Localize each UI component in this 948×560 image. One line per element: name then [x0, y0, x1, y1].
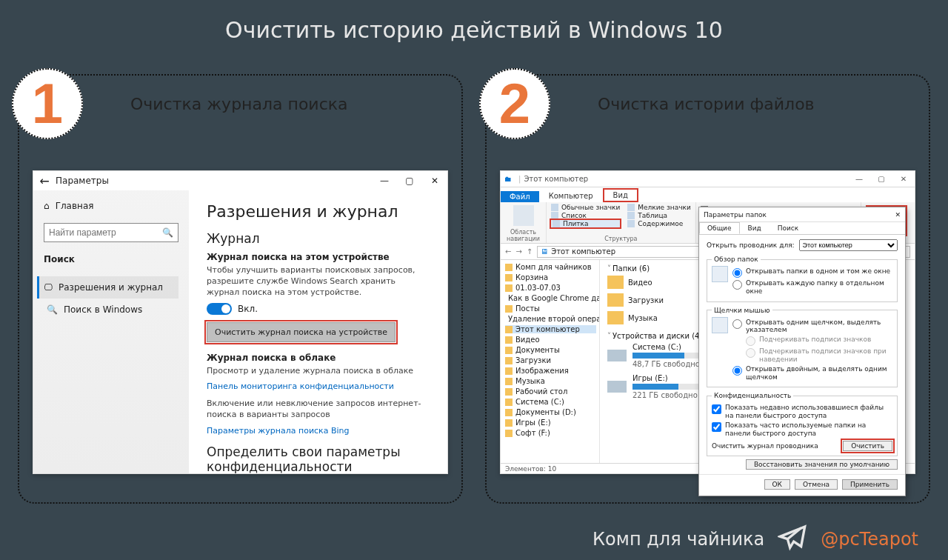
nav-search-windows[interactable]: 🔍 Поиск в Windows: [44, 299, 178, 321]
apply-button[interactable]: Применить: [842, 479, 898, 490]
window-maximize[interactable]: ▢: [397, 176, 422, 186]
explorer-window: 🖿 | Этот компьютер — ▢ ✕ Файл Компьютер …: [500, 170, 915, 474]
tree-item[interactable]: Игры (E:): [505, 419, 596, 427]
tree-item[interactable]: Изображения: [505, 367, 596, 375]
toggle-switch-icon: [207, 303, 232, 315]
folder-icon: [505, 367, 513, 375]
ok-button[interactable]: ОК: [764, 479, 790, 490]
radio-new-window[interactable]: Открывать каждую папку в отдельном окне: [732, 279, 892, 296]
window-maximize[interactable]: ▢: [870, 175, 892, 183]
tree-item[interactable]: Загрузки: [505, 356, 596, 364]
clear-history-button[interactable]: Очистить: [843, 441, 892, 451]
step-2: 2 Очистка истории файлов 🖿 | Этот компью…: [485, 74, 930, 504]
cloud-journal-desc: Просмотр и удаление журнала поиска в обл…: [207, 366, 430, 377]
tree-item[interactable]: Посты: [505, 304, 596, 313]
cancel-button[interactable]: Отмена: [795, 479, 838, 490]
section-journal: Журнал: [207, 231, 430, 246]
fieldset-clicks: Щелчки мышью Открывать одним щелчком, вы…: [707, 307, 898, 388]
explorer-tree[interactable]: Комп для чайниковКорзина01.03-07.03Как в…: [501, 260, 600, 463]
search-icon: 🔍: [162, 227, 173, 238]
folder-icon: [505, 274, 513, 281]
nav-pane-icon[interactable]: [513, 205, 534, 226]
folder-icon: [607, 293, 624, 307]
tree-item[interactable]: Документы (D:): [505, 408, 596, 416]
check-recent-files[interactable]: Показать недавно использовавшиеся файлы …: [712, 404, 892, 420]
back-button[interactable]: ←: [33, 174, 56, 188]
tab-view[interactable]: Вид: [603, 188, 638, 202]
nav-permissions-journal[interactable]: 🖵 Разрешения и журнал: [37, 276, 178, 299]
footer-site: Комп для чайника: [592, 529, 764, 550]
radio-double-click[interactable]: Открывать двойным, а выделять одним щелч…: [732, 365, 892, 381]
folder-icon: [505, 399, 513, 406]
nav-category: Поиск: [44, 254, 178, 264]
tree-item[interactable]: Комп для чайников: [505, 263, 596, 271]
view-list[interactable]: Список: [551, 212, 620, 219]
search-icon: 🔍: [47, 304, 58, 315]
folder-icon: [505, 378, 513, 385]
cloud-journal-title: Журнал поиска в облаке: [207, 353, 430, 363]
privacy-dashboard-link[interactable]: Панель мониторинга конфиденциальности: [207, 381, 394, 391]
home-icon: ⌂: [44, 201, 50, 211]
device-journal-title: Журнал поиска на этом устройстве: [207, 252, 430, 262]
footer-handle[interactable]: @pcTeapot: [821, 529, 918, 550]
ribbon-group-navigation: Область навигации: [501, 202, 547, 243]
drive-icon: [607, 350, 627, 361]
tree-item[interactable]: Система (C:): [505, 398, 596, 406]
dialog-tab-search[interactable]: Поиск: [770, 222, 807, 234]
tree-item[interactable]: Музыка: [505, 377, 596, 385]
view-table[interactable]: Таблица: [627, 212, 691, 219]
nav-home[interactable]: ⌂ Главная: [44, 201, 178, 211]
folder-icon: [505, 336, 513, 344]
restore-defaults-button[interactable]: Восстановить значения по умолчанию: [746, 459, 898, 470]
view-normal-icons[interactable]: Обычные значки: [551, 204, 620, 211]
device-journal-toggle[interactable]: Вкл.: [207, 303, 430, 315]
window-close[interactable]: ✕: [892, 175, 915, 183]
step-1-badge: 1: [12, 68, 83, 139]
radio-single-click[interactable]: Открывать одним щелчком, выделять указат…: [732, 319, 892, 335]
tree-item[interactable]: 01.03-07.03: [505, 284, 596, 292]
tab-computer[interactable]: Компьютер: [539, 190, 603, 202]
view-tiles[interactable]: Плитка: [551, 220, 620, 227]
open-for-label: Открыть проводник для:: [707, 241, 795, 249]
nav-back[interactable]: ←: [505, 247, 511, 256]
window-minimize[interactable]: —: [848, 175, 870, 183]
fieldset-browse: Обзор папок Открывать папки в одном и то…: [707, 256, 898, 302]
drive-icon: [607, 381, 627, 393]
folder-icon: [505, 326, 513, 333]
dialog-tab-general[interactable]: Общие: [699, 222, 740, 234]
folder-icon: [607, 276, 624, 289]
open-for-select[interactable]: Этот компьютер: [799, 239, 898, 251]
folder-options-dialog: Параметры папок ✕ Общие Вид Поиск Открыт…: [698, 207, 906, 496]
nav-forward[interactable]: →: [515, 247, 521, 256]
check-frequent-folders[interactable]: Показать часто используемые папки на пан…: [712, 421, 892, 438]
step-2-title: Очистка истории файлов: [598, 95, 815, 113]
bing-settings-link[interactable]: Параметры журнала поиска Bing: [207, 426, 350, 436]
tree-item[interactable]: Рабочий стол: [505, 387, 596, 396]
window-minimize[interactable]: —: [372, 176, 397, 186]
tab-file[interactable]: Файл: [501, 191, 539, 202]
settings-search-input[interactable]: [49, 227, 162, 238]
tree-item[interactable]: Этот компьютер: [505, 325, 596, 333]
dialog-title: Параметры папок: [704, 211, 767, 219]
dialog-tab-view[interactable]: Вид: [740, 222, 770, 234]
folder-icon: [505, 357, 513, 364]
view-small-icons[interactable]: Мелкие значки: [627, 204, 691, 211]
explorer-icon: 🖿: [501, 175, 515, 183]
step-2-badge: 2: [479, 68, 550, 139]
radio-underline-hover: Подчеркивать подписи значков при наведен…: [746, 347, 892, 364]
window-close[interactable]: ✕: [422, 176, 447, 186]
folder-icon: [505, 264, 513, 271]
tree-item[interactable]: Документы: [505, 346, 596, 354]
tree-item[interactable]: Удаление второй операци: [505, 315, 596, 323]
settings-search[interactable]: 🔍: [44, 223, 178, 242]
folder-icon: [505, 388, 513, 396]
radio-same-window[interactable]: Открывать папки в одном и том же окне: [732, 267, 892, 278]
view-content[interactable]: Содержимое: [627, 220, 691, 227]
tree-item[interactable]: Видео: [505, 336, 596, 344]
nav-up[interactable]: ↑: [527, 247, 533, 256]
tree-item[interactable]: Корзина: [505, 273, 596, 281]
clear-device-journal-button[interactable]: Очистить журнал поиска на устройстве: [207, 322, 395, 342]
tree-item[interactable]: Как в Google Chrome дава: [505, 294, 596, 302]
dialog-close[interactable]: ✕: [895, 211, 901, 219]
tree-item[interactable]: Софт (F:): [505, 429, 596, 437]
